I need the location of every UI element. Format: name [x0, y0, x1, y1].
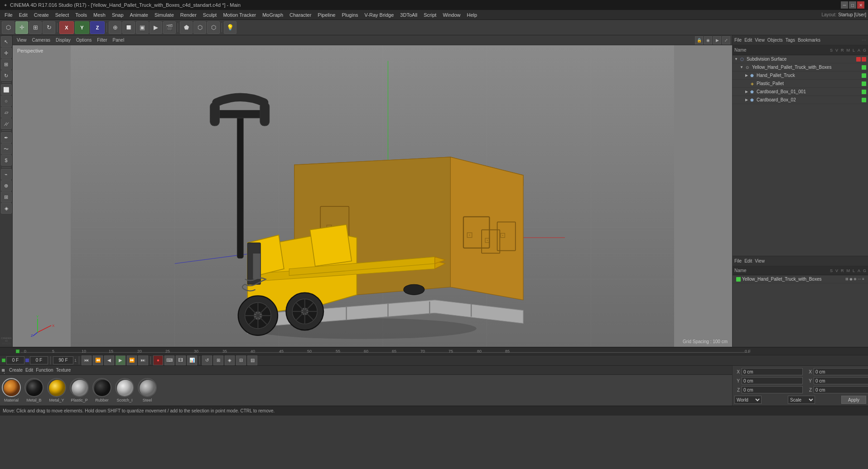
- snap-timeline-button[interactable]: ⊟: [236, 355, 246, 365]
- mat-item-metal-y[interactable]: Metal_Y: [47, 378, 66, 402]
- menu-motion-tracker[interactable]: Motion Tracker: [220, 11, 259, 19]
- apply-button[interactable]: Apply: [841, 396, 866, 404]
- display-menu[interactable]: Display: [53, 37, 73, 43]
- maximize-button[interactable]: □: [849, 1, 856, 9]
- om-bookmarks[interactable]: Bookmarks: [798, 38, 820, 43]
- menu-edit[interactable]: Edit: [16, 11, 30, 19]
- move-tool-button[interactable]: ✛: [15, 21, 28, 34]
- mat-item-metal-b[interactable]: Metal_B: [24, 378, 43, 402]
- x-axis-button[interactable]: X: [59, 21, 74, 34]
- menu-simulate[interactable]: Simulate: [152, 11, 177, 19]
- cameras-menu[interactable]: Cameras: [30, 37, 53, 43]
- menu-character[interactable]: Character: [287, 11, 314, 19]
- x-position-input[interactable]: [742, 368, 803, 375]
- obj-cardboard-box-1[interactable]: ▶ ⬟ Cardboard_Box_01_001: [733, 88, 868, 96]
- pen-tool[interactable]: ✒: [1, 132, 12, 143]
- mat-item-rubber[interactable]: Rubber: [92, 378, 111, 402]
- move-tool[interactable]: ✛: [1, 48, 12, 58]
- plane-tool[interactable]: ▱: [1, 107, 12, 118]
- edge-mode-button[interactable]: ⬡: [193, 21, 206, 34]
- filter-menu[interactable]: Filter: [95, 37, 109, 43]
- current-frame-input[interactable]: [6, 356, 24, 364]
- deformer-tool[interactable]: ⌁: [1, 169, 12, 180]
- mat-item-scotch[interactable]: Scotch_I: [115, 378, 134, 402]
- snap-button[interactable]: 🔲: [122, 21, 135, 34]
- y-position-input[interactable]: [742, 377, 803, 384]
- preview-button[interactable]: ▤: [247, 355, 257, 365]
- menu-sculpt[interactable]: Sculpt: [200, 11, 220, 19]
- mat-edit[interactable]: Edit: [25, 368, 33, 373]
- om-view[interactable]: View: [755, 38, 765, 43]
- selection-tool[interactable]: ↖: [1, 36, 12, 47]
- menu-window[interactable]: Window: [440, 11, 463, 19]
- mat-item-steel[interactable]: Steel: [138, 378, 157, 402]
- model-mode-button[interactable]: ⬡: [2, 21, 14, 34]
- rotate-tool[interactable]: ↻: [1, 70, 12, 81]
- z-scale-input[interactable]: [814, 386, 868, 393]
- motion-clip-button[interactable]: 🎞: [176, 355, 186, 365]
- cylinder-tool[interactable]: ⌭: [1, 118, 12, 129]
- viewport-expand-icon[interactable]: ⤢: [722, 36, 730, 44]
- om-objects[interactable]: Objects: [767, 38, 783, 43]
- render-button[interactable]: ▶: [149, 21, 162, 34]
- rotate-tool-button[interactable]: ↻: [43, 21, 55, 34]
- x-scale-input[interactable]: [814, 368, 868, 375]
- attr-row-selected[interactable]: Yellow_Hand_Pallet_Truck_with_Boxes ⊞ ◉ …: [733, 275, 868, 283]
- sync-button[interactable]: ⊞: [213, 355, 223, 365]
- close-button[interactable]: ✕: [857, 1, 864, 9]
- light-button[interactable]: 💡: [224, 21, 236, 34]
- viewport-solo-icon[interactable]: ◉: [704, 36, 712, 44]
- key-button[interactable]: ◈: [225, 355, 235, 365]
- view-menu[interactable]: View: [14, 37, 29, 43]
- attr-file[interactable]: File: [734, 258, 742, 263]
- menu-3dtoall[interactable]: 3DToAll: [397, 11, 420, 19]
- z-position-input[interactable]: [742, 386, 803, 393]
- point-mode-button[interactable]: ⬡: [207, 21, 220, 34]
- mat-item-material[interactable]: Material: [2, 378, 21, 402]
- scale-tool-button[interactable]: ⊞: [29, 21, 42, 34]
- prev-frame-button[interactable]: ⏪: [93, 355, 103, 365]
- menu-vray[interactable]: V-Ray Bridge: [362, 11, 397, 19]
- menu-pipeline[interactable]: Pipeline: [315, 11, 338, 19]
- mat-texture[interactable]: Texture: [56, 368, 71, 373]
- menu-mesh[interactable]: Mesh: [91, 11, 108, 19]
- go-to-end-button[interactable]: ⏭: [138, 355, 148, 365]
- menu-animate[interactable]: Animate: [127, 11, 151, 19]
- scale-tool[interactable]: ⊞: [1, 59, 12, 70]
- play-button[interactable]: ▶: [116, 355, 125, 365]
- end-frame-field[interactable]: [53, 356, 73, 364]
- menu-select[interactable]: Select: [53, 11, 72, 19]
- om-file[interactable]: File: [734, 38, 742, 43]
- extrude-tool[interactable]: ⊞: [1, 191, 12, 202]
- viewport-render-icon[interactable]: ▶: [713, 36, 721, 44]
- start-frame-field[interactable]: [30, 356, 48, 364]
- world-coord-button[interactable]: ⊕: [109, 21, 121, 34]
- menu-file[interactable]: File: [2, 11, 15, 19]
- loft-tool[interactable]: ◈: [1, 203, 12, 214]
- y-axis-button[interactable]: Y: [75, 21, 89, 34]
- play-reverse-button[interactable]: ◀: [104, 355, 114, 365]
- panel-menu[interactable]: Panel: [111, 37, 127, 43]
- mat-item-plastic-p[interactable]: Plastic_P: [70, 378, 89, 402]
- mat-function[interactable]: Function: [36, 368, 53, 373]
- spline-tool[interactable]: 〜: [1, 144, 12, 154]
- menu-mograph[interactable]: MoGraph: [260, 11, 286, 19]
- menu-help[interactable]: Help: [464, 11, 480, 19]
- poly-mode-button[interactable]: ⬟: [180, 21, 193, 34]
- menu-script[interactable]: Script: [421, 11, 439, 19]
- scale-dropdown[interactable]: Scale: [788, 396, 815, 404]
- obj-pallet-truck[interactable]: ▼ ⊙ Yellow_Hand_Pallet_Truck_with_Boxes: [733, 63, 868, 72]
- attr-edit[interactable]: Edit: [744, 258, 752, 263]
- auto-key-button[interactable]: ⌨: [164, 355, 174, 365]
- menu-tools[interactable]: Tools: [72, 11, 90, 19]
- timeline-button[interactable]: 📊: [187, 355, 197, 365]
- minimize-button[interactable]: ─: [841, 1, 848, 9]
- om-edit[interactable]: Edit: [744, 38, 752, 43]
- viewport-lock-icon[interactable]: 🔒: [695, 36, 703, 44]
- menu-plugins[interactable]: Plugins: [339, 11, 361, 19]
- menu-render[interactable]: Render: [178, 11, 199, 19]
- obj-cardboard-box-2[interactable]: ▶ ⬟ Cardboard_Box_02: [733, 96, 868, 104]
- obj-plastic-pallet[interactable]: ▶ ◈ Plastic_Pallet: [733, 80, 868, 88]
- y-scale-input[interactable]: [814, 377, 868, 384]
- options-menu[interactable]: Options: [74, 37, 94, 43]
